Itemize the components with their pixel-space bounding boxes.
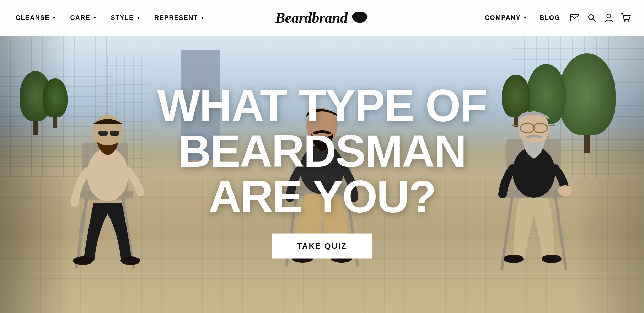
nav-item-company[interactable]: COMPANY ▼	[480, 11, 532, 25]
hero-headline: WHAT TYPE OF BEARDSMAN ARE YOU?	[109, 83, 535, 219]
svg-point-40	[558, 185, 572, 196]
search-button[interactable]	[584, 10, 599, 25]
svg-rect-16	[98, 131, 108, 136]
nav-item-blog[interactable]: BLOG	[535, 11, 565, 25]
nav-label-represent: REPRESENT	[154, 14, 198, 22]
chevron-down-icon: ▼	[136, 16, 141, 20]
nav-right: COMPANY ▼ BLOG	[480, 10, 633, 25]
take-quiz-button[interactable]: TAKE QUIZ	[272, 234, 372, 259]
svg-point-6	[607, 14, 611, 18]
email-button[interactable]	[567, 10, 582, 25]
brand-name: Beardbrand	[275, 9, 348, 26]
brand-logo[interactable]: Beardbrand	[275, 9, 369, 27]
account-icon	[605, 13, 613, 22]
svg-line-5	[593, 19, 596, 22]
cart-icon	[621, 13, 631, 22]
nav-label-cleanse: CLEANSE	[16, 14, 50, 22]
svg-point-8	[628, 20, 629, 22]
search-icon	[587, 14, 596, 22]
nav-item-style[interactable]: STYLE ▼	[106, 11, 146, 25]
right-vignette	[573, 0, 644, 313]
nav-item-cleanse[interactable]: CLEANSE ▼	[11, 11, 61, 25]
nav-label-blog: BLOG	[540, 14, 560, 22]
navbar: CLEANSE ▼ CARE ▼ STYLE ▼ REPRESENT ▼ Bea…	[0, 0, 644, 36]
nav-label-company: COMPANY	[485, 14, 521, 22]
chevron-down-icon: ▼	[52, 16, 57, 20]
nav-left: CLEANSE ▼ CARE ▼ STYLE ▼ REPRESENT ▼	[11, 11, 210, 25]
account-button[interactable]	[601, 10, 616, 25]
email-icon	[570, 14, 579, 21]
cart-button[interactable]	[618, 10, 633, 25]
hero-content: WHAT TYPE OF BEARDSMAN ARE YOU? TAKE QUI…	[109, 83, 535, 259]
nav-item-care[interactable]: CARE ▼	[65, 11, 102, 25]
chevron-down-icon: ▼	[200, 16, 205, 20]
hero-headline-line1: WHAT TYPE OF BEARDSMAN	[157, 80, 487, 176]
svg-point-7	[624, 20, 626, 22]
hero-section: WHAT TYPE OF BEARDSMAN ARE YOU? TAKE QUI…	[0, 0, 644, 313]
left-vignette	[0, 0, 71, 313]
beard-icon	[350, 9, 369, 27]
svg-rect-3	[570, 15, 579, 21]
hero-headline-line2: ARE YOU?	[209, 171, 436, 222]
svg-point-19	[73, 256, 93, 265]
nav-label-style: STYLE	[111, 14, 134, 22]
chevron-down-icon: ▼	[93, 16, 97, 20]
nav-label-care: CARE	[70, 14, 90, 22]
nav-item-represent[interactable]: REPRESENT ▼	[149, 11, 210, 25]
svg-point-42	[542, 255, 562, 263]
chevron-down-icon: ▼	[523, 16, 527, 20]
